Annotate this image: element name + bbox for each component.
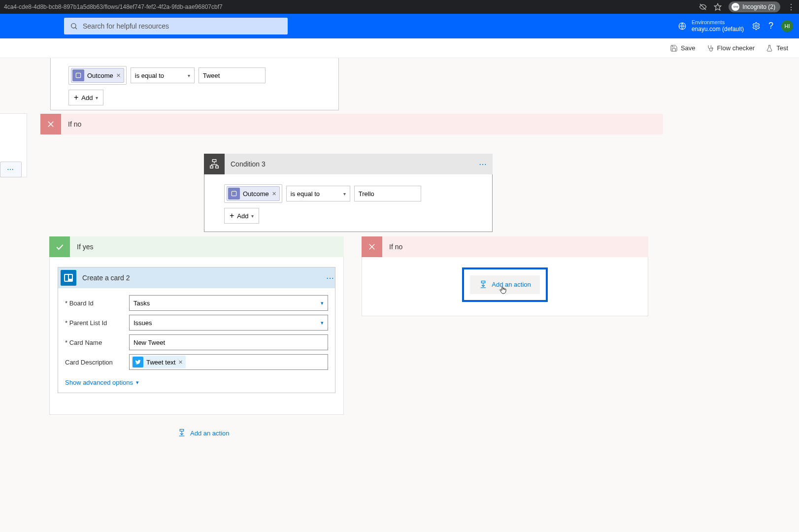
outcome-token-label: Outcome xyxy=(87,72,113,79)
add-label: Add xyxy=(237,212,248,220)
condition-operator-select[interactable]: is equal to ▾ xyxy=(131,67,195,83)
svg-rect-10 xyxy=(212,160,216,162)
condition3-operator-select[interactable]: is equal to ▾ xyxy=(286,186,350,201)
svg-rect-14 xyxy=(180,430,184,432)
card-menu-button[interactable]: ⋯ xyxy=(326,273,335,283)
incognito-label: Incognito (2) xyxy=(742,3,775,10)
parent-list-value: Issues xyxy=(133,319,152,327)
globe-icon xyxy=(678,22,687,31)
show-advanced-options[interactable]: Show advanced options ▾ xyxy=(65,379,139,386)
condition-value: Tweet xyxy=(203,72,220,79)
card-name-input[interactable]: New Tweet xyxy=(129,334,328,350)
card-name-label: Card Name xyxy=(65,339,102,346)
operator-label: is equal to xyxy=(135,72,164,79)
add-action-label: Add an action xyxy=(492,281,531,288)
chevron-down-icon: ▾ xyxy=(188,73,190,78)
card-desc-input[interactable]: Tweet text ✕ xyxy=(129,354,328,370)
remove-token-icon[interactable]: ✕ xyxy=(272,191,276,197)
add-action-icon xyxy=(177,429,186,437)
test-label: Test xyxy=(776,44,788,52)
incognito-icon: 👓 xyxy=(732,3,739,11)
env-value: enayu.com (default) xyxy=(692,26,744,33)
ellipsis-button[interactable]: ⋯ xyxy=(0,162,22,177)
cross-icon xyxy=(362,236,382,257)
if-no-label: If no xyxy=(68,120,81,128)
chevron-down-icon: ▾ xyxy=(343,191,346,197)
svg-rect-7 xyxy=(76,73,80,77)
board-id-value: Tasks xyxy=(133,299,150,307)
outcome-token-label: Outcome xyxy=(243,190,269,198)
star-icon[interactable] xyxy=(714,3,722,11)
tweet-text-token: Tweet text xyxy=(146,359,175,366)
remove-token-icon[interactable]: ✕ xyxy=(178,359,183,366)
outcome-token-icon xyxy=(72,69,84,81)
flow-checker-button[interactable]: Flow checker xyxy=(706,44,755,52)
condition3-value-input[interactable]: Trello xyxy=(354,186,421,201)
add-label: Add xyxy=(81,94,93,101)
add-action-highlighted[interactable]: Add an action xyxy=(462,267,548,302)
if-no-branch-header: If no xyxy=(40,114,663,134)
parent-list-select[interactable]: Issues ▾ xyxy=(129,315,328,331)
add-row-button[interactable]: + Add ▾ xyxy=(224,208,259,224)
create-card-title: Create a card 2 xyxy=(82,274,130,282)
condition-3-card: Condition 3 ⋯ Outcome ✕ is equal to ▾ xyxy=(204,154,493,232)
settings-icon[interactable] xyxy=(752,22,761,31)
outcome-token-icon xyxy=(228,188,240,200)
condition-lhs[interactable]: Outcome ✕ xyxy=(68,66,127,85)
tracking-off-icon xyxy=(699,3,707,11)
plus-icon: + xyxy=(74,93,78,102)
check-icon xyxy=(49,236,70,257)
trello-icon xyxy=(61,270,76,286)
condition3-lhs[interactable]: Outcome ✕ xyxy=(224,184,282,203)
chevron-down-icon: ▾ xyxy=(321,320,324,326)
operator-label: is equal to xyxy=(291,190,320,198)
board-id-select[interactable]: Tasks ▾ xyxy=(129,295,328,311)
if-yes-label: If yes xyxy=(77,243,93,251)
create-card-header[interactable]: Create a card 2 ⋯ xyxy=(58,267,335,288)
add-row-button[interactable]: + Add ▾ xyxy=(68,90,103,105)
stethoscope-icon xyxy=(706,44,714,52)
condition-icon xyxy=(204,154,225,174)
card-name-value: New Tweet xyxy=(133,339,165,346)
condition-3-header[interactable]: Condition 3 ⋯ xyxy=(204,154,493,174)
avatar[interactable]: HI xyxy=(781,20,793,32)
condition-value-input[interactable]: Tweet xyxy=(199,67,266,83)
incognito-badge: 👓 Incognito (2) xyxy=(729,1,780,12)
browser-url: 4ca4-cde8-4d8b-bcb8-897b1a5d8b63/flows/1… xyxy=(4,3,223,10)
env-label: Environments xyxy=(692,19,744,26)
search-placeholder: Search for helpful resources xyxy=(83,22,169,30)
svg-line-3 xyxy=(75,28,77,29)
flow-checker-label: Flow checker xyxy=(717,44,755,52)
card-menu-button[interactable]: ⋯ xyxy=(479,160,488,169)
svg-marker-1 xyxy=(715,3,721,10)
help-icon[interactable]: ? xyxy=(768,21,773,31)
condition3-value: Trello xyxy=(359,190,374,198)
remove-token-icon[interactable]: ✕ xyxy=(116,72,121,79)
flask-icon xyxy=(766,44,773,52)
search-input[interactable]: Search for helpful resources xyxy=(64,18,288,34)
svg-rect-18 xyxy=(481,281,485,283)
chevron-down-icon: ▾ xyxy=(321,300,324,306)
svg-rect-12 xyxy=(216,166,219,168)
cursor-pointer-icon xyxy=(499,285,507,295)
svg-point-2 xyxy=(71,24,76,28)
save-icon xyxy=(670,44,678,52)
svg-rect-11 xyxy=(210,166,213,168)
save-button[interactable]: Save xyxy=(670,44,696,52)
add-action-button[interactable]: Add an action xyxy=(177,429,230,437)
cross-icon xyxy=(40,114,61,134)
add-action-label: Add an action xyxy=(190,430,230,437)
test-button[interactable]: Test xyxy=(766,44,788,52)
environment-picker[interactable]: Environments enayu.com (default) xyxy=(678,19,744,33)
svg-rect-13 xyxy=(232,191,236,196)
svg-point-5 xyxy=(755,25,758,28)
if-no-label: If no xyxy=(389,243,402,251)
svg-point-6 xyxy=(711,47,713,49)
add-action-icon xyxy=(479,280,488,289)
show-adv-label: Show advanced options xyxy=(65,379,133,386)
search-icon xyxy=(70,22,78,30)
chevron-down-icon: ▾ xyxy=(136,379,139,386)
chevron-down-icon: ▾ xyxy=(251,213,254,219)
browser-menu-icon[interactable]: ⋮ xyxy=(787,2,795,12)
plus-icon: + xyxy=(230,211,234,220)
